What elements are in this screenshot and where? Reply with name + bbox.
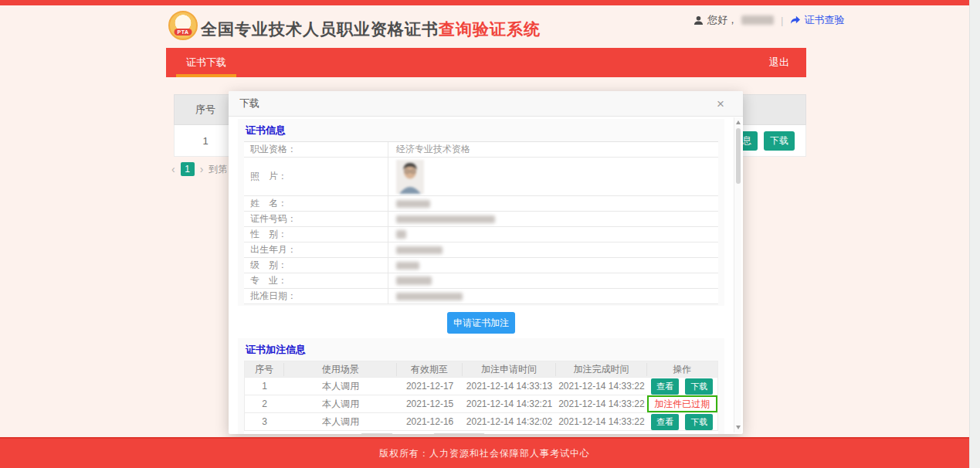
major-redacted: [396, 276, 432, 285]
info-row-level: 级 别：: [244, 258, 718, 273]
site-logo: PTA: [168, 11, 198, 40]
page-size-select[interactable]: 5 条/页: [433, 433, 485, 434]
certificate-verify-label: 证书查验: [804, 13, 844, 27]
info-row-id-number: 证件号码：: [244, 212, 718, 227]
annotation-table: 序号 使用场景 有效期至 加注申请时间 加注完成时间 操作 1 本人调用 202…: [244, 361, 718, 431]
info-row-major: 专 业：: [244, 273, 718, 289]
name-redacted: [396, 200, 430, 208]
annotation-section-title: 证书加注信息: [244, 340, 718, 361]
annotation-row-1: 1 本人调用 2021-12-17 2021-12-14 14:33:13 20…: [245, 377, 717, 395]
annotation-download-button[interactable]: 下载: [685, 378, 713, 395]
annotation-view-button[interactable]: 查看: [651, 378, 679, 395]
annotation-row-3: 3 本人调用 2021-12-16 2021-12-14 14:32:02 20…: [245, 412, 717, 430]
annotation-row-2: 2 本人调用 2021-12-15 2021-12-14 14:32:21 20…: [245, 395, 717, 412]
info-row-birth: 出生年月：: [244, 242, 718, 258]
user-greeting: 您好， | 证书查验: [693, 13, 844, 27]
qualification-value: 经济专业技术资格: [396, 143, 470, 156]
info-row-approve-date: 批准日期：: [244, 289, 718, 304]
info-row-name: 姓 名：: [244, 196, 718, 212]
certificate-info-title: 证书信息: [244, 120, 718, 142]
top-red-bar: [0, 0, 969, 5]
level-redacted: [396, 262, 419, 270]
annotation-view-button[interactable]: 查看: [651, 414, 679, 430]
background-pagination: ‹ 1 › 到第: [171, 162, 227, 176]
site-logo-text: PTA: [175, 29, 192, 36]
info-row-photo: 照 片：: [244, 158, 718, 196]
apply-annotation-button[interactable]: 申请证书加注: [447, 312, 515, 334]
expired-highlight-box: 加注件已过期: [647, 395, 717, 412]
copyright-text: 版权所有：人力资源和社会保障部人事考试中心: [379, 447, 590, 460]
download-dialog: 下载 × 证书信息 职业资格： 经济专业技术资格 照 片：: [229, 91, 743, 434]
tab-certificate-download[interactable]: 证书下载: [166, 48, 246, 77]
dialog-body: 证书信息 职业资格： 经济专业技术资格 照 片：: [229, 117, 743, 434]
scroll-up-icon[interactable]: [736, 120, 741, 124]
page-title-main: 全国专业技术人员职业资格证书: [201, 20, 439, 38]
cert-download-button[interactable]: 下载: [764, 131, 795, 151]
certificate-verify-link[interactable]: 证书查验: [790, 13, 844, 27]
birth-redacted: [396, 246, 443, 254]
scrollbar-thumb[interactable]: [736, 128, 741, 184]
user-icon: [693, 15, 704, 25]
page-footer: 版权所有：人力资源和社会保障部人事考试中心: [0, 437, 969, 468]
col-seq: 序号: [175, 103, 236, 117]
greeting-divider: |: [781, 15, 783, 26]
page-title-accent: 查询验证系统: [439, 20, 541, 38]
share-arrow-icon: [790, 15, 801, 25]
page-title: 全国专业技术人员职业资格证书查询验证系统: [201, 19, 541, 40]
id-number-redacted: [396, 215, 495, 223]
main-nav: 证书下载 退出: [166, 48, 806, 77]
current-page-badge[interactable]: 1: [181, 162, 195, 176]
cell-seq: 1: [175, 135, 236, 147]
jump-prefix-label: 到第: [209, 163, 227, 176]
scroll-down-icon[interactable]: [736, 426, 741, 429]
approve-date-redacted: [396, 293, 463, 300]
next-page-arrow[interactable]: ›: [200, 162, 204, 176]
close-icon[interactable]: ×: [717, 97, 724, 110]
dialog-scrollbar[interactable]: [734, 117, 741, 432]
annotation-section: 证书加注信息 序号 使用场景 有效期至 加注申请时间 加注完成时间 操作 1 本…: [238, 338, 724, 434]
info-row-qualification: 职业资格： 经济专业技术资格: [244, 142, 718, 158]
annotation-pagination: ‹ 1 › 到第 页 确定 共 3 条 5 条/页: [244, 431, 718, 434]
tab-certificate-download-label: 证书下载: [186, 56, 226, 70]
info-row-gender: 性 别：: [244, 227, 718, 242]
greeting-text: 您好，: [707, 13, 738, 27]
page-scrollbar[interactable]: [969, 0, 980, 468]
prev-page-arrow[interactable]: ‹: [171, 162, 175, 176]
certificate-info-section: 证书信息 职业资格： 经济专业技术资格 照 片：: [238, 119, 724, 306]
dialog-title: 下载: [239, 97, 259, 110]
gender-redacted: [396, 230, 406, 239]
active-tab-indicator: [176, 74, 236, 77]
id-photo-redacted: [396, 160, 424, 194]
logout-button[interactable]: 退出: [769, 56, 789, 70]
annotation-table-header: 序号 使用场景 有效期至 加注申请时间 加注完成时间 操作: [245, 361, 717, 377]
confirm-page-button[interactable]: 确定: [361, 433, 393, 434]
dialog-header: 下载 ×: [229, 91, 743, 117]
user-name-redacted: [741, 15, 774, 25]
expired-status-text: 加注件已过期: [654, 398, 710, 411]
annotation-download-button[interactable]: 下载: [685, 414, 713, 430]
